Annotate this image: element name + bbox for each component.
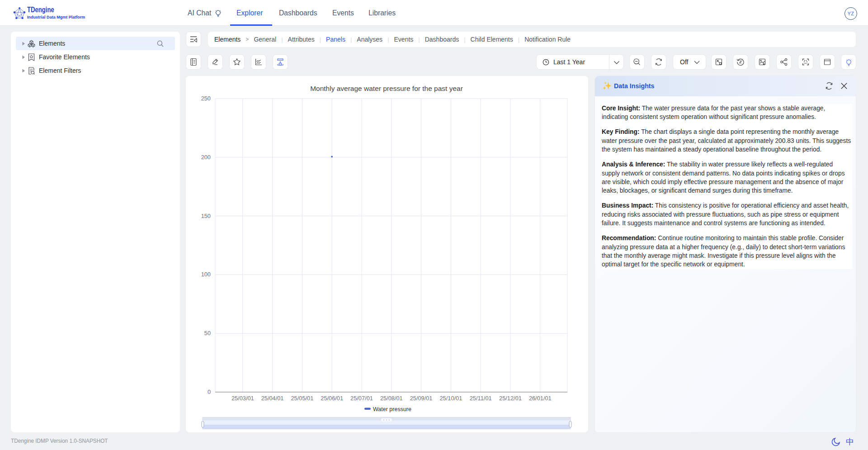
svg-text:25/09/01: 25/09/01 (410, 395, 433, 402)
svg-text:Water pressure: Water pressure (373, 406, 411, 412)
svg-text:Monthly average water pressure: Monthly average water pressure for the p… (310, 85, 463, 92)
svg-text:25/04/01: 25/04/01 (261, 395, 284, 402)
svg-text:25/06/01: 25/06/01 (321, 395, 343, 402)
svg-text:250: 250 (201, 95, 211, 102)
svg-text:25/12/01: 25/12/01 (499, 395, 522, 402)
svg-text:0: 0 (208, 388, 211, 395)
svg-text:26/01/01: 26/01/01 (529, 395, 552, 402)
svg-text:50: 50 (204, 330, 211, 336)
svg-text:150: 150 (201, 213, 211, 219)
svg-text:25/05/01: 25/05/01 (291, 395, 313, 402)
svg-text:25/03/01: 25/03/01 (231, 395, 254, 402)
svg-text:25/08/01: 25/08/01 (380, 395, 403, 402)
svg-text:200: 200 (201, 154, 211, 161)
svg-text:100: 100 (201, 271, 211, 278)
svg-text:25/07/01: 25/07/01 (350, 395, 373, 402)
svg-text:25/10/01: 25/10/01 (439, 395, 462, 402)
svg-text:25/11/01: 25/11/01 (470, 395, 492, 402)
